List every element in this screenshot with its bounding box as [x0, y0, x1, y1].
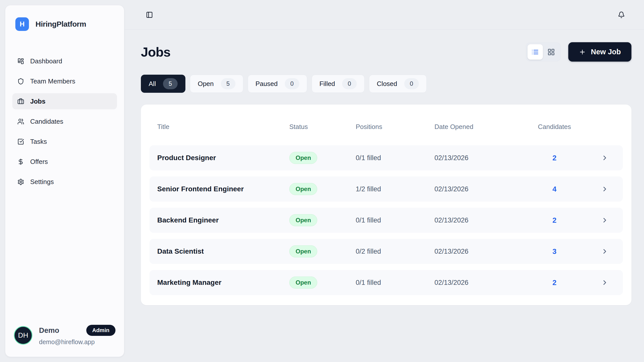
filter-tab-count: 5	[221, 78, 235, 89]
chevron-right-icon	[574, 216, 615, 224]
job-title: Data Scientist	[157, 247, 289, 255]
status-badge: Open	[289, 214, 317, 226]
job-title: Product Designer	[157, 154, 289, 162]
column-header-title: Title	[157, 123, 289, 131]
job-date-opened: 02/13/2026	[434, 185, 535, 193]
filter-tab-label: Closed	[377, 80, 397, 88]
status-badge: Open	[289, 245, 317, 257]
status-badge: Open	[289, 277, 317, 289]
notifications-button[interactable]	[617, 10, 626, 19]
title-controls: New Job	[526, 42, 631, 62]
table-header: Title Status Positions Date Opened Candi…	[149, 115, 623, 139]
filter-tabs: All 5 Open 5 Paused 0 Filled 0 Closed 0	[141, 75, 631, 93]
column-header-candidates: Candidates	[535, 123, 574, 131]
role-badge: Admin	[86, 325, 115, 336]
job-title: Backend Engineer	[157, 216, 289, 224]
filter-tab-label: Filled	[319, 80, 335, 88]
job-candidates-count[interactable]: 2	[535, 154, 574, 162]
user-name: Demo	[39, 326, 59, 335]
shield-icon	[17, 78, 24, 85]
user-email: demo@hireflow.app	[39, 338, 115, 346]
sidebar-item-label: Dashboard	[30, 57, 62, 65]
job-date-opened: 02/13/2026	[434, 248, 535, 255]
page-title: Jobs	[141, 44, 170, 60]
list-icon	[531, 48, 539, 56]
filter-tab-all[interactable]: All 5	[141, 75, 185, 93]
filter-tab-count: 5	[163, 78, 178, 89]
filter-tab-count: 0	[285, 78, 299, 89]
filter-tab-open[interactable]: Open 5	[190, 75, 243, 93]
brand-logo: H	[15, 17, 29, 31]
sidebar-item-settings[interactable]: Settings	[12, 174, 117, 190]
table-row[interactable]: Senior Frontend Engineer Open 1/2 filled…	[149, 176, 623, 202]
sidebar: H HiringPlatform Dashboard Team Members …	[5, 5, 124, 357]
grid-view-button[interactable]	[544, 44, 559, 60]
sidebar-nav: Dashboard Team Members Jobs Candidates T…	[12, 53, 117, 190]
job-positions: 0/1 filled	[356, 279, 434, 287]
avatar: DH	[14, 326, 32, 345]
job-date-opened: 02/13/2026	[434, 216, 535, 224]
column-header-status: Status	[289, 123, 356, 131]
job-date-opened: 02/13/2026	[434, 279, 535, 287]
status-badge: Open	[289, 183, 317, 195]
job-candidates-count[interactable]: 3	[535, 247, 574, 256]
sidebar-item-label: Tasks	[30, 138, 47, 146]
panel-left-icon	[146, 11, 153, 18]
sidebar-item-team-members[interactable]: Team Members	[12, 73, 117, 89]
chevron-right-icon	[574, 248, 615, 255]
list-view-button[interactable]	[528, 44, 543, 60]
jobs-table-card: Title Status Positions Date Opened Candi…	[141, 105, 631, 305]
chevron-right-icon	[574, 279, 615, 286]
content: Jobs	[124, 30, 644, 305]
users-icon	[17, 118, 24, 125]
table-row[interactable]: Product Designer Open 0/1 filled 02/13/2…	[149, 145, 623, 170]
view-toggle	[526, 42, 561, 61]
sidebar-item-candidates[interactable]: Candidates	[12, 113, 117, 129]
job-date-opened: 02/13/2026	[434, 154, 535, 162]
bell-icon	[618, 11, 625, 18]
sidebar-item-dashboard[interactable]: Dashboard	[12, 53, 117, 69]
sidebar-toggle-button[interactable]	[145, 10, 154, 19]
job-candidates-count[interactable]: 2	[535, 279, 574, 287]
sidebar-item-tasks[interactable]: Tasks	[12, 133, 117, 150]
chevron-right-icon	[574, 154, 615, 162]
brand: H HiringPlatform	[12, 17, 117, 31]
brand-name: HiringPlatform	[35, 20, 86, 28]
filter-tab-closed[interactable]: Closed 0	[369, 75, 427, 93]
square-check-icon	[17, 138, 24, 145]
job-candidates-count[interactable]: 4	[535, 185, 574, 193]
user-profile[interactable]: DH Demo Admin demo@hireflow.app	[12, 325, 117, 346]
gear-icon	[17, 178, 24, 185]
table-row[interactable]: Marketing Manager Open 0/1 filled 02/13/…	[149, 270, 623, 295]
job-positions: 0/1 filled	[356, 216, 434, 224]
main-area: Jobs	[124, 0, 644, 362]
topbar	[124, 0, 644, 30]
column-header-date-opened: Date Opened	[434, 123, 535, 131]
job-positions: 0/1 filled	[356, 154, 434, 162]
chevron-right-icon	[574, 185, 615, 193]
sidebar-item-offers[interactable]: Offers	[12, 154, 117, 170]
filter-tab-paused[interactable]: Paused 0	[248, 75, 307, 93]
table-row[interactable]: Backend Engineer Open 0/1 filled 02/13/2…	[149, 208, 623, 233]
job-positions: 0/2 filled	[356, 248, 434, 255]
plus-icon	[579, 49, 586, 56]
filter-tab-label: Paused	[256, 80, 278, 88]
briefcase-icon	[17, 98, 24, 105]
table-row[interactable]: Data Scientist Open 0/2 filled 02/13/202…	[149, 239, 623, 264]
job-title: Senior Frontend Engineer	[157, 185, 289, 193]
filter-tab-filled[interactable]: Filled 0	[312, 75, 365, 93]
status-badge: Open	[289, 152, 317, 164]
job-positions: 1/2 filled	[356, 185, 434, 193]
filter-tab-count: 0	[342, 78, 357, 89]
sidebar-item-label: Jobs	[30, 98, 46, 105]
job-candidates-count[interactable]: 2	[535, 216, 574, 224]
grid-icon	[547, 48, 555, 56]
sidebar-item-jobs[interactable]: Jobs	[12, 93, 117, 109]
user-info: Demo Admin demo@hireflow.app	[39, 325, 115, 346]
sidebar-item-label: Team Members	[30, 77, 75, 85]
sidebar-item-label: Candidates	[30, 118, 63, 125]
sidebar-item-label: Settings	[30, 178, 54, 186]
filter-tab-label: All	[149, 80, 156, 88]
new-job-button[interactable]: New Job	[568, 42, 631, 62]
job-title: Marketing Manager	[157, 279, 289, 287]
